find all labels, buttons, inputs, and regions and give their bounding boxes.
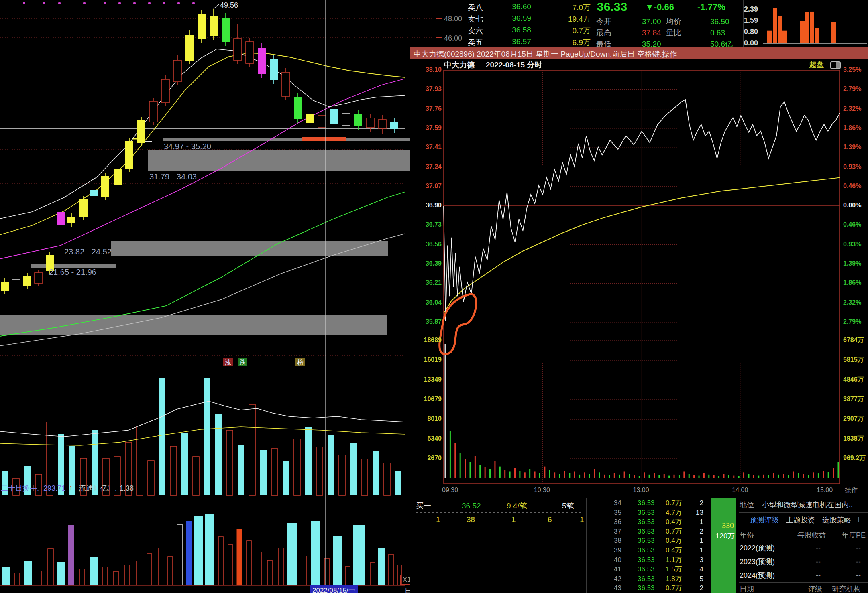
volume-axis-right-label: 969.2万 bbox=[843, 455, 866, 461]
mini-axis-label: 2.39 bbox=[740, 6, 758, 13]
order-book-row[interactable]: 卖八36.607.0万 bbox=[465, 1, 594, 12]
position-label: 地位 bbox=[740, 501, 754, 508]
overlay-title: 中大力德(002896) 2022年08月15日 星期一 PageUp/Down… bbox=[414, 49, 677, 59]
trade-price: 36.53 bbox=[638, 537, 655, 544]
order-price: 36.59 bbox=[503, 14, 540, 23]
foot-org: 研究机构 bbox=[832, 585, 861, 593]
price-axis-label: 36.39 bbox=[416, 260, 442, 267]
trade-volume: 0.7万 bbox=[666, 528, 682, 535]
trade-count: 13 bbox=[687, 509, 703, 516]
green-col-value-1: 330 bbox=[722, 522, 734, 530]
trade-volume: 0.7万 bbox=[666, 585, 682, 591]
avgp-value: 36.50 bbox=[710, 18, 729, 25]
trade-index: 40 bbox=[605, 556, 621, 563]
foot-rating: 评级 bbox=[808, 585, 822, 593]
trade-volume: 1.1万 bbox=[666, 556, 682, 563]
overlay-titlebar[interactable]: 中大力德(002896) 2022年08月15日 星期一 PageUp/Down… bbox=[410, 47, 868, 59]
time-axis-label: 13:00 bbox=[633, 487, 649, 493]
price-axis-label: 36.21 bbox=[416, 280, 442, 286]
trade-count: 2 bbox=[687, 528, 703, 535]
green-highlight-column: 330 120万 bbox=[711, 498, 736, 593]
action-button[interactable]: 操作 bbox=[845, 487, 858, 493]
trade-index: 38 bbox=[605, 537, 621, 544]
col-pe: 年度PE bbox=[842, 532, 866, 539]
order-level: 卖六 bbox=[468, 26, 483, 36]
link-info-icon[interactable]: i bbox=[858, 516, 859, 524]
open-label: 今开 bbox=[596, 18, 611, 25]
price-axis-label: 36.56 bbox=[416, 241, 442, 248]
daily-kline-chart[interactable] bbox=[0, 0, 466, 593]
current-date-label: 2022/08/15/一 bbox=[310, 585, 358, 593]
pct-axis-label: 0.00% bbox=[843, 202, 861, 209]
col-eps: 每股收益 bbox=[797, 532, 826, 539]
tab-down[interactable]: 跌 bbox=[238, 358, 247, 366]
foot-date: 日期 bbox=[740, 585, 754, 593]
trade-count: 4 bbox=[687, 566, 703, 573]
zone-label-4: 21.65 - 21.96 bbox=[49, 268, 96, 276]
forecast-eps: -- bbox=[816, 544, 821, 552]
forecast-pe: -- bbox=[856, 544, 861, 552]
volume-axis-label: 18689 bbox=[414, 337, 442, 343]
pct-axis-label: 2.32% bbox=[843, 299, 861, 306]
quote-panel: 36.33 ▼-0.66 -1.77% 今开 37.00 均价 36.50 最高… bbox=[594, 0, 744, 47]
price-change-pct: -1.77% bbox=[697, 3, 725, 12]
tab-rank[interactable]: 榜 bbox=[295, 358, 305, 366]
order-book-row[interactable]: 卖七36.5919.4万 bbox=[465, 12, 594, 24]
buy1-label: 买一 bbox=[416, 502, 431, 510]
order-book-row[interactable]: 卖五36.576.9万 bbox=[465, 36, 594, 47]
open-value: 37.00 bbox=[642, 18, 661, 25]
trading-app: 49.56 34.97 - 35.20 31.79 - 34.03 23.82 … bbox=[0, 0, 868, 593]
pct-axis-label: 0.93% bbox=[843, 164, 861, 170]
link-stock-strategy[interactable]: 选股策略 bbox=[822, 516, 851, 524]
buy1-price: 36.52 bbox=[462, 502, 481, 510]
buy1-count: 5笔 bbox=[562, 502, 574, 510]
high-label: 最高 bbox=[596, 29, 611, 37]
buy-queue-number: 1 bbox=[436, 516, 440, 523]
buy1-per-trade: 9.4/笔 bbox=[507, 502, 527, 510]
overlay-body[interactable]: 中大力德 2022-08-15 分时 超盘 38.1037.9337.7637.… bbox=[410, 59, 868, 498]
link-theme-invest[interactable]: 主题投资 bbox=[786, 516, 815, 524]
order-price: 36.60 bbox=[503, 2, 540, 11]
trade-index: 37 bbox=[605, 528, 621, 535]
trade-index: 35 bbox=[605, 509, 621, 516]
time-axis-label: 15:00 bbox=[817, 487, 833, 493]
price-axis-label: 38.10 bbox=[416, 67, 442, 73]
mini-axis-label: 1.59 bbox=[740, 17, 758, 24]
forecast-pe: -- bbox=[856, 572, 861, 579]
forecast-eps: -- bbox=[816, 558, 821, 565]
order-book-row[interactable]: 卖六36.580.7万 bbox=[465, 24, 594, 36]
peak-price-label: 49.56 bbox=[220, 2, 238, 9]
price-axis-label: 37.07 bbox=[416, 183, 442, 189]
price-axis-label: 36.90 bbox=[416, 202, 442, 209]
volratio-value: 0.63 bbox=[710, 29, 725, 37]
time-axis-label: 14:00 bbox=[732, 487, 748, 493]
trade-count: 1 bbox=[687, 547, 703, 554]
trade-count: 5 bbox=[687, 575, 703, 582]
price-axis-label: 37.24 bbox=[416, 164, 442, 170]
price-axis-label: 37.59 bbox=[416, 125, 442, 131]
turnover-value: 293.71 bbox=[43, 485, 65, 492]
pct-axis-label: 1.86% bbox=[843, 280, 861, 286]
forecast-year: 2023(预测) bbox=[740, 558, 775, 565]
pct-axis-label: 2.79% bbox=[843, 86, 861, 92]
trade-count: 2 bbox=[687, 585, 703, 591]
volume-axis-right-label: 5815万 bbox=[843, 357, 864, 363]
float-label: 流通〖亿〗: bbox=[79, 485, 117, 492]
buy-queue-number: 38 bbox=[467, 516, 475, 523]
trade-price: 36.53 bbox=[638, 528, 655, 535]
order-volume: 0.7万 bbox=[573, 26, 591, 36]
volume-axis-right-label: 6784万 bbox=[843, 337, 864, 343]
trade-volume: 0.4万 bbox=[666, 547, 682, 554]
intraday-overlay-window[interactable]: 中大力德(002896) 2022年08月15日 星期一 PageUp/Down… bbox=[410, 47, 868, 498]
trade-volume: 4.7万 bbox=[666, 509, 682, 516]
intraday-chart[interactable] bbox=[410, 59, 868, 498]
mini-axis-label: 0.80 bbox=[740, 28, 758, 35]
volume-axis-label: 16019 bbox=[414, 357, 442, 363]
tab-up[interactable]: 涨 bbox=[223, 358, 233, 366]
zone-label-3: 23.82 - 24.52 bbox=[64, 248, 112, 256]
trade-count: 1 bbox=[687, 537, 703, 544]
green-col-value-2: 120万 bbox=[715, 531, 735, 541]
trade-index: 42 bbox=[605, 575, 621, 582]
link-forecast-rating[interactable]: 预测评级 bbox=[750, 516, 779, 524]
trade-count: 3 bbox=[687, 556, 703, 563]
